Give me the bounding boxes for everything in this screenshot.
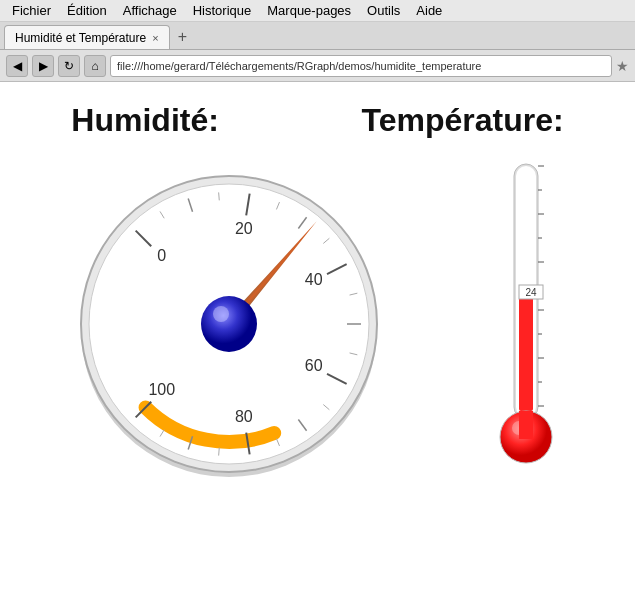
menu-historique[interactable]: Historique xyxy=(185,1,260,20)
menu-fichier[interactable]: Fichier xyxy=(4,1,59,20)
menu-outils[interactable]: Outils xyxy=(359,1,408,20)
new-tab-button[interactable]: + xyxy=(170,25,195,49)
svg-text:100: 100 xyxy=(148,381,175,398)
svg-line-15 xyxy=(218,192,219,200)
gauges-row: 020406080100 xyxy=(0,149,635,489)
svg-text:20: 20 xyxy=(235,220,253,237)
tab-bar: Humidité et Température × + xyxy=(0,22,635,50)
gauge-svg: 020406080100 xyxy=(69,159,389,479)
svg-line-22 xyxy=(218,448,219,456)
svg-text:40: 40 xyxy=(304,271,322,288)
nav-forward-button[interactable]: ▶ xyxy=(32,55,54,77)
nav-home-button[interactable]: ⌂ xyxy=(84,55,106,77)
tab-close-button[interactable]: × xyxy=(152,32,158,44)
forward-icon: ▶ xyxy=(39,59,48,73)
tab-title: Humidité et Température xyxy=(15,31,146,45)
menu-affichage[interactable]: Affichage xyxy=(115,1,185,20)
svg-text:60: 60 xyxy=(304,357,322,374)
main-content: Humidité: Température: xyxy=(0,82,635,604)
titles-row: Humidité: Température: xyxy=(0,102,635,139)
humidity-gauge: 020406080100 xyxy=(69,159,389,479)
navigation-bar: ◀ ▶ ↻ ⌂ file:///home/gerard/Téléchargeme… xyxy=(0,50,635,82)
thermometer-svg: 24 xyxy=(486,149,566,489)
temperature-thermometer: 24 xyxy=(486,149,566,489)
menu-bar: Fichier Édition Affichage Historique Mar… xyxy=(0,0,635,22)
address-text: file:///home/gerard/Téléchargements/RGra… xyxy=(117,60,481,72)
address-bar[interactable]: file:///home/gerard/Téléchargements/RGra… xyxy=(110,55,612,77)
svg-rect-35 xyxy=(519,292,533,411)
bookmark-icon[interactable]: ★ xyxy=(616,58,629,74)
nav-back-button[interactable]: ◀ xyxy=(6,55,28,77)
reload-icon: ↻ xyxy=(64,59,74,73)
home-icon: ⌂ xyxy=(91,59,98,73)
temp-value-label: 24 xyxy=(526,287,538,298)
svg-text:80: 80 xyxy=(235,408,253,425)
temperature-title: Température: xyxy=(362,102,564,139)
back-icon: ◀ xyxy=(13,59,22,73)
menu-aide[interactable]: Aide xyxy=(408,1,450,20)
menu-marque-pages[interactable]: Marque-pages xyxy=(259,1,359,20)
svg-point-31 xyxy=(201,296,257,352)
svg-rect-50 xyxy=(519,411,533,439)
svg-point-32 xyxy=(213,306,229,322)
browser-tab[interactable]: Humidité et Température × xyxy=(4,25,170,49)
humidity-title: Humidité: xyxy=(71,102,219,139)
svg-text:0: 0 xyxy=(157,247,166,264)
nav-reload-button[interactable]: ↻ xyxy=(58,55,80,77)
menu-edition[interactable]: Édition xyxy=(59,1,115,20)
